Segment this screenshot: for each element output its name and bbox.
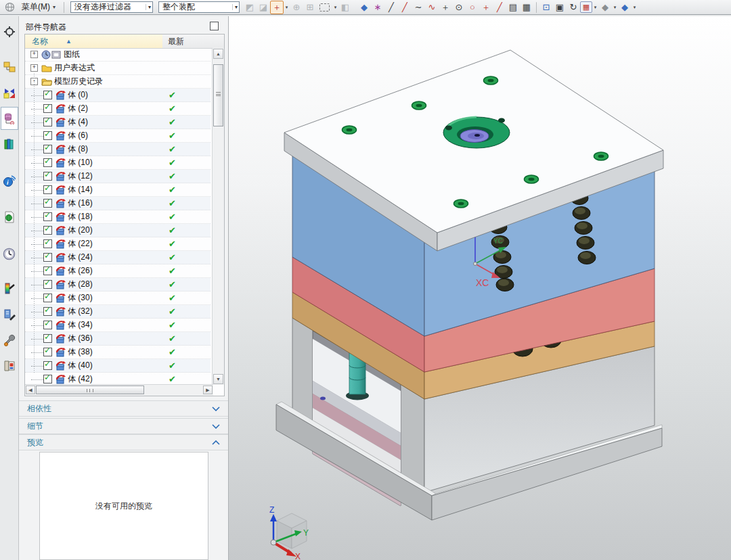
panel-maximize-button[interactable]	[210, 22, 219, 30]
selection-scope-combobox[interactable]: 整个装配 ▾	[158, 1, 240, 13]
scroll-right-button[interactable]: ▶	[203, 386, 213, 394]
visibility-checkbox[interactable]: ✓	[43, 307, 52, 316]
inclined-line-icon[interactable]: ╱	[493, 1, 506, 14]
circle-icon[interactable]: ○	[466, 1, 479, 14]
vertical-scroll-thumb[interactable]	[213, 64, 223, 126]
graphics-viewport[interactable]: ZC YC XC	[229, 16, 731, 560]
tree-body-row[interactable]: ✓体 (8)✔	[25, 143, 211, 156]
shaded-cube-icon[interactable]: ◆	[618, 1, 632, 14]
grid-icon[interactable]: ▦	[520, 1, 533, 14]
internet-navigator-icon[interactable]	[1, 204, 18, 230]
menu-button[interactable]: 菜单(M) ▾	[18, 1, 60, 14]
studio-spline-icon[interactable]: ∿	[425, 1, 439, 14]
solid-cube-icon[interactable]: ◆	[357, 1, 371, 14]
marquee-select-icon[interactable]	[319, 3, 330, 11]
profile-line-icon[interactable]: ╱	[398, 1, 412, 14]
tree-body-row[interactable]: ✓体 (32)✔	[25, 305, 211, 319]
snap-quadrant-icon[interactable]: ⊕	[290, 1, 303, 14]
tree-body-row[interactable]: ✓体 (6)✔	[25, 129, 211, 143]
visibility-checkbox[interactable]: ✓	[43, 266, 52, 275]
visibility-checkbox[interactable]: ✓	[43, 375, 52, 383]
tree-body-row[interactable]: ✓体 (24)✔	[25, 251, 211, 264]
datum-axis-icon[interactable]: ＋	[439, 1, 452, 14]
visibility-checkbox[interactable]: ✓	[43, 172, 52, 181]
section-dependencies[interactable]: 相依性	[19, 400, 228, 417]
column-header-name[interactable]: 名称 ▲	[25, 34, 162, 48]
visibility-checkbox[interactable]: ✓	[43, 348, 52, 356]
scroll-up-button[interactable]: ▲	[213, 49, 223, 59]
marquee-dropdown[interactable]: ▾	[332, 1, 338, 14]
shaded-cube-dropdown[interactable]: ▾	[632, 1, 638, 14]
tree-body-row[interactable]: ✓体 (16)✔	[25, 197, 211, 210]
snapshot-icon[interactable]: ▣	[553, 1, 567, 14]
point-icon[interactable]: ＋	[479, 1, 493, 14]
locating-ring[interactable]	[443, 117, 510, 148]
gallery-icon[interactable]	[1, 353, 18, 379]
crosshair-icon[interactable]	[1, 19, 18, 45]
visibility-checkbox[interactable]: ✓	[43, 239, 52, 248]
tree-body-row[interactable]: ✓体 (10)✔	[25, 156, 211, 170]
vertical-scrollbar[interactable]: ▲ ▼	[212, 48, 224, 385]
palette-icon[interactable]	[1, 276, 18, 302]
visibility-checkbox[interactable]: ✓	[43, 185, 52, 194]
section-details[interactable]: 细节	[19, 418, 228, 434]
column-header-latest[interactable]: 最新	[162, 34, 224, 48]
zoom-window-icon[interactable]: ⊡	[539, 1, 553, 14]
assembly-navigator-icon[interactable]	[1, 54, 18, 80]
visibility-checkbox[interactable]: ✓	[43, 294, 52, 302]
tools-icon[interactable]	[1, 327, 18, 353]
tree-body-row[interactable]: ✓体 (28)✔	[25, 278, 211, 291]
snap-end-point-icon[interactable]: ◩	[243, 1, 257, 14]
datum-shade-icon[interactable]: ◧	[338, 1, 352, 14]
part-navigator-icon[interactable]	[1, 107, 18, 130]
sheet-body-icon[interactable]: ▤	[506, 1, 520, 14]
tree-folder-row[interactable]: +图纸	[25, 48, 211, 62]
tree-body-row[interactable]: ✓体 (36)✔	[25, 332, 211, 346]
expander-toggle[interactable]: +	[30, 64, 38, 72]
visibility-checkbox[interactable]: ✓	[43, 226, 52, 235]
arc-icon[interactable]: ∼	[412, 1, 425, 14]
facet-body-icon[interactable]: ◆	[598, 1, 612, 14]
line-icon[interactable]: ╱	[384, 1, 398, 14]
refresh-icon[interactable]: ↻	[567, 1, 580, 14]
reuse-library-icon[interactable]	[1, 131, 18, 157]
circle-center-icon[interactable]: ⊙	[452, 1, 466, 14]
mold-assembly-scene[interactable]: ZC YC XC	[229, 16, 731, 560]
snap-point-dropdown[interactable]: ▾	[284, 1, 290, 14]
snap-grid-icon[interactable]: ⊞	[303, 1, 317, 14]
visibility-checkbox[interactable]: ✓	[43, 158, 52, 167]
visibility-checkbox[interactable]: ✓	[43, 253, 52, 262]
tree-folder-row[interactable]: +用户表达式	[25, 62, 211, 75]
visibility-checkbox[interactable]: ✓	[43, 131, 52, 140]
tree-body-row[interactable]: ✓体 (0)✔	[25, 89, 211, 102]
visibility-checkbox[interactable]: ✓	[43, 199, 52, 208]
constraint-navigator-icon[interactable]	[1, 80, 18, 106]
visibility-checkbox[interactable]: ✓	[43, 361, 52, 370]
facet-body-dropdown[interactable]: ▾	[612, 1, 618, 14]
tree-body-row[interactable]: ✓体 (20)✔	[25, 224, 211, 237]
tree-body-row[interactable]: ✓体 (18)✔	[25, 210, 211, 224]
color-grid-icon[interactable]: ▦	[580, 1, 592, 13]
visibility-checkbox[interactable]: ✓	[43, 321, 52, 329]
tree-body-row[interactable]: ✓体 (2)✔	[25, 102, 211, 116]
horizontal-scroll-thumb[interactable]	[36, 386, 144, 394]
tree-body-row[interactable]: ✓体 (22)✔	[25, 237, 211, 251]
tree-body-row[interactable]: ✓体 (30)✔	[25, 291, 211, 305]
visibility-checkbox[interactable]: ✓	[43, 280, 52, 289]
tree-body-row[interactable]: ✓体 (38)✔	[25, 346, 211, 359]
tree-body-row[interactable]: ✓体 (14)✔	[25, 183, 211, 197]
horizontal-scrollbar[interactable]: ◀ ▶	[25, 384, 213, 396]
visibility-checkbox[interactable]: ✓	[43, 334, 52, 343]
snap-mid-point-icon[interactable]: ◪	[257, 1, 270, 14]
visual-reports-icon[interactable]	[1, 302, 18, 327]
scroll-down-button[interactable]: ▼	[213, 374, 223, 384]
visibility-checkbox[interactable]: ✓	[43, 145, 52, 154]
history-icon[interactable]	[1, 241, 18, 266]
tree-body-row[interactable]: ✓体 (34)✔	[25, 319, 211, 332]
visibility-checkbox[interactable]: ✓	[43, 118, 52, 126]
section-preview[interactable]: 预览	[19, 434, 228, 450]
expander-toggle[interactable]: +	[30, 51, 38, 58]
visibility-checkbox[interactable]: ✓	[43, 104, 52, 113]
color-grid-dropdown[interactable]: ▾	[592, 1, 598, 14]
visibility-checkbox[interactable]: ✓	[43, 212, 52, 221]
